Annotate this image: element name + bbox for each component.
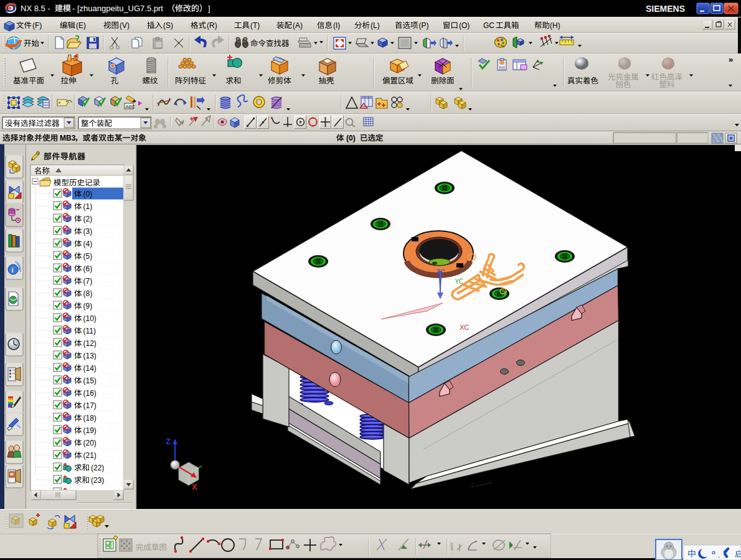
svg-text:XC: XC: [460, 324, 469, 331]
svg-text:(0): (0): [83, 190, 93, 198]
svg-text:(I): (I): [333, 21, 340, 30]
svg-text:(L): (L): [370, 21, 380, 30]
svg-text:(T): (T): [250, 21, 260, 30]
svg-text:(5): (5): [83, 252, 93, 261]
svg-text:(14): (14): [83, 364, 97, 373]
svg-text:(0): (0): [346, 134, 356, 142]
svg-text:i: i: [12, 266, 14, 274]
svg-text:(23): (23): [91, 476, 104, 485]
svg-text:(H): (H): [550, 21, 560, 30]
svg-text:(R): (R): [207, 21, 217, 30]
svg-text:，: ，: [715, 551, 722, 559]
svg-text:(10): (10): [83, 314, 97, 323]
svg-text:(P): (P): [419, 21, 429, 30]
svg-text:(11): (11): [83, 327, 96, 335]
svg-text:(21): (21): [83, 451, 97, 460]
svg-text:X: X: [192, 482, 197, 492]
svg-text:(17): (17): [83, 401, 97, 410]
svg-text:(A): (A): [293, 21, 303, 30]
svg-text:(E): (E): [76, 21, 86, 30]
svg-text:»: »: [729, 55, 733, 64]
svg-text:(18): (18): [83, 414, 97, 422]
svg-text:(O): (O): [459, 21, 470, 30]
svg-text:(8): (8): [83, 289, 93, 298]
svg-text:NX 8.5 -: NX 8.5 -: [21, 4, 50, 13]
svg-text:SIEMENS: SIEMENS: [646, 4, 685, 14]
svg-text:- [zhuangpeitu_UG7.5.prt: - [zhuangpeitu_UG7.5.prt: [72, 4, 163, 13]
svg-text:(F): (F): [32, 21, 42, 30]
svg-text:(16): (16): [83, 389, 97, 398]
svg-text:(19): (19): [83, 426, 97, 435]
svg-text:(15): (15): [83, 376, 97, 385]
svg-text:(9): (9): [83, 302, 93, 310]
svg-text:(7): (7): [83, 277, 93, 286]
svg-text:(20): (20): [83, 439, 97, 447]
svg-text:(3): (3): [83, 227, 93, 236]
svg-text:GC: GC: [483, 21, 494, 30]
svg-text:Z: Z: [166, 437, 171, 446]
svg-text:∥: ∥: [450, 541, 454, 551]
svg-text:ZC: ZC: [436, 268, 445, 276]
svg-text:(V): (V): [120, 21, 130, 30]
svg-text:(13): (13): [83, 352, 97, 360]
svg-text:(4): (4): [83, 240, 93, 248]
svg-text:]: ]: [208, 4, 210, 13]
svg-text:(6): (6): [83, 264, 93, 273]
svg-text:(12): (12): [83, 339, 97, 348]
svg-text:MB3: MB3: [60, 134, 76, 142]
svg-text:ABC: ABC: [126, 104, 136, 110]
svg-text:(2): (2): [83, 215, 93, 223]
svg-text:(S): (S): [163, 21, 173, 30]
svg-text:(1): (1): [83, 202, 93, 211]
svg-text:(22): (22): [91, 464, 104, 472]
